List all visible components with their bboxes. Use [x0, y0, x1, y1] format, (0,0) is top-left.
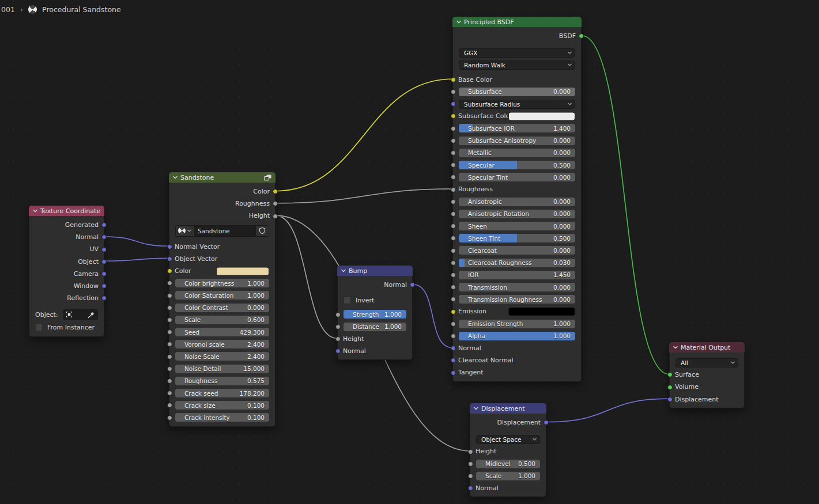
dropdown-subsurface-radius[interactable]: Subsurface Radius — [459, 100, 575, 109]
socket-subsurface-in[interactable] — [451, 89, 456, 94]
node-sandstone[interactable]: SandstoneColorRoughnessHeightSandstoneNo… — [169, 172, 275, 427]
slider-strength[interactable]: Strength1.000 — [344, 310, 406, 319]
socket-object-vector-in[interactable] — [167, 256, 172, 262]
slider-specular[interactable]: Specular0.500 — [459, 161, 575, 169]
slider-row-clearcoat[interactable]: Clearcoat0.000 — [453, 244, 581, 256]
slider-row-color-brightness[interactable]: Color brightness1.000 — [169, 277, 275, 289]
slider-row-voronoi-scale[interactable]: Voronoi scale2.400 — [169, 338, 275, 350]
socket-normal-in[interactable] — [451, 346, 456, 351]
node-header-displacement[interactable]: Displacement — [470, 403, 546, 414]
colorfield-row-emission[interactable]: Emission — [453, 305, 581, 317]
socket-crack-intensity-in[interactable] — [167, 415, 172, 420]
socket-ior-in[interactable] — [451, 272, 456, 278]
color-swatch-color[interactable] — [216, 267, 269, 275]
slider-clearcoat-roughness[interactable]: Clearcoat Roughness0.030 — [459, 259, 575, 267]
socket-emission-strength-in[interactable] — [451, 321, 456, 327]
socket-clearcoat-roughness-in[interactable] — [451, 260, 456, 266]
color-swatch-subsurface-colo[interactable] — [508, 112, 575, 120]
slider-clearcoat[interactable]: Clearcoat0.000 — [459, 246, 575, 255]
dropdown-row-subsurface-radius[interactable]: Subsurface Radius — [453, 98, 581, 110]
slider-color-brightness[interactable]: Color brightness1.000 — [175, 279, 269, 287]
slider-row-color-saturation[interactable]: Color Saturation1.000 — [169, 289, 275, 301]
slider-row-strength[interactable]: Strength1.000 — [338, 308, 412, 320]
node-displacement[interactable]: DisplacementDisplacementObject SpaceHeig… — [470, 403, 546, 497]
node-output[interactable]: Material OutputAllSurfaceVolumeDisplacem… — [669, 342, 745, 408]
socket-roughness-out[interactable] — [273, 201, 278, 206]
dropdown-all[interactable]: All — [675, 358, 738, 367]
socket-color-brightness-in[interactable] — [167, 281, 172, 286]
node-header-texcoord[interactable]: Texture Coordinate — [29, 206, 104, 216]
slider-row-ior[interactable]: IOR1.450 — [453, 269, 581, 281]
slider-color-saturation[interactable]: Color Saturation1.000 — [175, 291, 269, 300]
socket-displacement-out[interactable] — [544, 420, 549, 425]
slider-sheen[interactable]: Sheen0.000 — [459, 222, 575, 230]
socket-sheen-in[interactable] — [451, 223, 456, 229]
checkbox-invert[interactable] — [344, 297, 351, 304]
socket-specular-tint-in[interactable] — [451, 175, 456, 180]
node-editor-canvas[interactable]: 001 › Procedural Sandstone Texture Coord… — [0, 0, 819, 504]
slider-sheen-tint[interactable]: Sheen Tint0.500 — [459, 234, 575, 242]
socket-color-in[interactable] — [167, 268, 172, 274]
chevron-down-icon[interactable] — [673, 344, 678, 350]
socket-crack-seed-in[interactable] — [167, 391, 172, 396]
slider-row-sheen-tint[interactable]: Sheen Tint0.500 — [453, 232, 581, 244]
slider-seed[interactable]: Seed429.300 — [175, 328, 269, 336]
chevron-down-icon[interactable] — [341, 268, 346, 274]
slider-row-roughness[interactable]: Roughness0.575 — [169, 375, 275, 387]
slider-crack-seed[interactable]: Crack seed178.200 — [175, 389, 269, 397]
slider-row-crack-intensity[interactable]: Crack intensity0.100 — [169, 411, 275, 423]
slider-row-midlevel[interactable]: Midlevel0.500 — [470, 458, 546, 470]
slider-row-metallic[interactable]: Metallic0.000 — [453, 147, 581, 159]
chevron-down-icon[interactable] — [32, 208, 38, 214]
socket-specular-in[interactable] — [451, 162, 456, 168]
objectfield-row-object[interactable]: Object: — [29, 308, 104, 321]
socket-distance-in[interactable] — [335, 324, 341, 329]
node-principled[interactable]: Principled BSDFBSDFGGXRandom WalkBase Co… — [452, 17, 582, 382]
socket-noise-scale-in[interactable] — [167, 354, 172, 359]
socket-normal-in[interactable] — [468, 486, 473, 491]
socket-roughness-in[interactable] — [451, 187, 456, 192]
slider-row-seed[interactable]: Seed429.300 — [169, 326, 275, 338]
socket-noise-detail-in[interactable] — [167, 366, 172, 372]
slider-row-specular[interactable]: Specular0.500 — [453, 159, 581, 171]
socket-midlevel-in[interactable] — [468, 461, 473, 467]
slider-specular-tint[interactable]: Specular Tint0.000 — [459, 173, 575, 181]
slider-transmission-roughness[interactable]: Transmission Roughness0.000 — [459, 295, 575, 304]
checkbox-from-instancer[interactable] — [35, 324, 43, 331]
socket-normal-out[interactable] — [410, 282, 415, 287]
slider-row-scale[interactable]: Scale1.000 — [470, 470, 546, 482]
node-header-sandstone[interactable]: Sandstone — [169, 172, 275, 183]
slider-anisotropic[interactable]: Anisotropic0.000 — [459, 198, 575, 206]
fake-user-toggle[interactable] — [255, 226, 269, 236]
socket-color-out[interactable] — [273, 189, 278, 194]
slider-scale[interactable]: Scale0.600 — [175, 316, 269, 324]
socket-object-out[interactable] — [101, 259, 107, 264]
socket-anisotropic-in[interactable] — [451, 199, 456, 204]
socket-metallic-in[interactable] — [451, 150, 456, 156]
node-header-bump[interactable]: Bump — [337, 266, 413, 276]
socket-tangent-in[interactable] — [451, 370, 456, 376]
slider-row-subsurface[interactable]: Subsurface0.000 — [453, 86, 581, 98]
slider-row-emission-strength[interactable]: Emission Strength1.000 — [453, 318, 581, 330]
slider-roughness[interactable]: Roughness0.575 — [175, 377, 269, 385]
slider-row-alpha[interactable]: Alpha1.000 — [453, 330, 581, 342]
socket-height-in[interactable] — [468, 449, 473, 454]
slider-row-sheen[interactable]: Sheen0.000 — [453, 220, 581, 232]
socket-normal-out[interactable] — [101, 234, 107, 240]
slider-subsurface[interactable]: Subsurface0.000 — [459, 88, 575, 96]
socket-transmission-roughness-in[interactable] — [451, 297, 456, 302]
slider-row-subsurface-anisotropy[interactable]: Subsurface Anisotropy0.000 — [453, 135, 581, 147]
socket-scale-in[interactable] — [167, 317, 172, 323]
socket-roughness-in[interactable] — [167, 378, 172, 384]
checkbox-row-invert[interactable]: Invert — [338, 294, 412, 306]
node-header-principled[interactable]: Principled BSDF — [452, 17, 582, 27]
chevron-down-icon[interactable] — [473, 406, 479, 411]
socket-base-color-in[interactable] — [451, 77, 456, 82]
socket-height-in[interactable] — [335, 336, 341, 342]
slider-crack-intensity[interactable]: Crack intensity0.100 — [175, 413, 269, 422]
slider-row-specular-tint[interactable]: Specular Tint0.000 — [453, 171, 581, 183]
colorfield-row-color[interactable]: Color — [169, 265, 275, 277]
node-bump[interactable]: BumpNormalInvertStrength1.000Distance1.0… — [337, 266, 413, 360]
chevron-down-icon[interactable] — [172, 175, 178, 180]
socket-subsurface-anisotropy-in[interactable] — [451, 138, 456, 143]
